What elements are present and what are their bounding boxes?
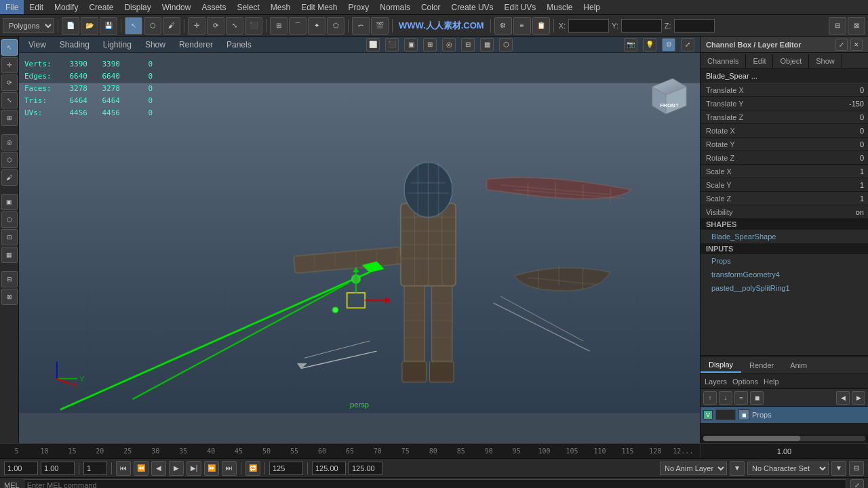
- snap-grid-btn[interactable]: ⊞: [270, 17, 288, 35]
- viewport-icon-cam[interactable]: 📷: [624, 38, 637, 52]
- attr-scale-x[interactable]: Scale X 1: [701, 165, 868, 178]
- go-to-start-btn[interactable]: ⏮: [116, 461, 131, 476]
- layer-sub-options[interactable]: Options: [732, 378, 758, 386]
- attr-rotate-x[interactable]: Rotate X 0: [701, 124, 868, 138]
- viewport-icon-gear[interactable]: ⚙: [662, 38, 675, 52]
- menu-window[interactable]: Window: [157, 0, 197, 14]
- char-set-extra[interactable]: ⊟: [849, 461, 864, 476]
- x-input[interactable]: [568, 19, 609, 33]
- go-to-end-btn[interactable]: ⏭: [222, 461, 237, 476]
- menu-color[interactable]: Color: [416, 0, 446, 14]
- menu-create-uvs[interactable]: Create UVs: [446, 0, 499, 14]
- viewport-canvas[interactable]: Y X persp Verts: 3390 3390 0 Edges:: [19, 53, 700, 443]
- current-time-input[interactable]: [41, 462, 75, 475]
- layer-scroll-left[interactable]: ◀: [836, 391, 850, 405]
- layer-tab-render[interactable]: Render: [741, 359, 782, 372]
- layer-icon-equal[interactable]: =: [734, 391, 748, 405]
- viewport-icon-3[interactable]: ▣: [404, 38, 418, 52]
- menu-modify[interactable]: Modify: [49, 0, 83, 14]
- step-forward-btn[interactable]: ▶|: [186, 461, 201, 476]
- snap-curve-btn[interactable]: ⌒: [289, 17, 307, 35]
- viewport-icon-4[interactable]: ⊞: [423, 38, 437, 52]
- snap-point-btn[interactable]: ✦: [308, 17, 326, 35]
- move-mode-btn[interactable]: ✛: [1, 57, 18, 73]
- paint-btn[interactable]: 🖌: [1, 169, 18, 186]
- viewport-icon-5[interactable]: ◎: [442, 38, 456, 52]
- history-btn[interactable]: ⤺: [352, 17, 370, 35]
- channel-box-close-btn[interactable]: ✕: [850, 39, 863, 51]
- mel-expand-btn[interactable]: ⤢: [850, 479, 864, 489]
- attr-translate-x[interactable]: Translate X 0: [701, 83, 868, 97]
- menu-edit-mesh[interactable]: Edit Mesh: [296, 0, 342, 14]
- xgen-btn[interactable]: ⊟: [1, 271, 18, 287]
- sculpt-btn[interactable]: ⬡: [1, 152, 18, 168]
- scale-tool-btn[interactable]: ⤡: [226, 17, 243, 35]
- cb-tab-channels[interactable]: Channels: [701, 54, 746, 68]
- layer-icon-down[interactable]: ↓: [719, 391, 732, 405]
- rotate-tool-btn[interactable]: ⟳: [207, 17, 224, 35]
- viewport-icon-1[interactable]: ⬜: [366, 38, 380, 52]
- layout-btn[interactable]: ⊟: [829, 17, 846, 35]
- menu-select[interactable]: Select: [231, 0, 264, 14]
- viewport-menu-show[interactable]: Show: [141, 39, 170, 51]
- step-back-btn[interactable]: ⏪: [134, 461, 149, 476]
- viewport-icon-light[interactable]: 💡: [643, 38, 656, 52]
- cb-tab-edit[interactable]: Edit: [746, 54, 773, 68]
- attr-visibility[interactable]: Visibility on: [701, 205, 868, 219]
- soft-select-btn[interactable]: ◎: [1, 134, 18, 150]
- play-next-btn[interactable]: ⏩: [204, 461, 219, 476]
- polygon-select[interactable]: Polygons: [3, 18, 54, 33]
- layer-icon-up[interactable]: ↑: [703, 391, 717, 405]
- quick-layout-3[interactable]: ▦: [1, 247, 18, 263]
- universal-mode-btn[interactable]: ⊞: [1, 110, 18, 126]
- attr-rotate-y[interactable]: Rotate Y 0: [701, 138, 868, 151]
- menu-assets[interactable]: Assets: [196, 0, 231, 14]
- end-frame-input[interactable]: [312, 462, 346, 475]
- layer-scrollbar[interactable]: [701, 434, 868, 443]
- layer-tab-display[interactable]: Display: [701, 358, 741, 373]
- menu-create[interactable]: Create: [83, 0, 119, 14]
- viewport-icon-7[interactable]: ▦: [480, 38, 494, 52]
- display-layer-btn[interactable]: ▣: [1, 194, 18, 210]
- select-mode-btn[interactable]: ↖: [1, 39, 18, 56]
- menu-edit[interactable]: Edit: [24, 0, 49, 14]
- range-end-input[interactable]: [349, 462, 382, 475]
- lasso-select-btn[interactable]: ⬡: [144, 17, 161, 35]
- frame-input[interactable]: [269, 462, 303, 475]
- layer-tab-anim[interactable]: Anim: [782, 359, 815, 372]
- save-scene-btn[interactable]: 💾: [100, 17, 117, 35]
- move-tool-btn[interactable]: ✛: [188, 17, 205, 35]
- viewport[interactable]: View Shading Lighting Show Renderer Pane…: [19, 37, 700, 443]
- attr-scale-z[interactable]: Scale Z 1: [701, 192, 868, 205]
- viewport-menu-renderer[interactable]: Renderer: [175, 39, 217, 51]
- menu-normals[interactable]: Normals: [374, 0, 416, 14]
- input-pasted-polysplit[interactable]: pasted__polySplitRing1: [701, 281, 868, 295]
- new-scene-btn[interactable]: 📄: [62, 17, 79, 35]
- quick-layout-1[interactable]: ⬠: [1, 211, 18, 228]
- layer-sub-help[interactable]: Help: [764, 378, 779, 386]
- scale-mode-btn[interactable]: ⤡: [1, 92, 18, 108]
- play-forward-btn[interactable]: ▶: [169, 461, 184, 476]
- channel-box-expand-btn[interactable]: ⤢: [835, 39, 848, 51]
- blade-spear-shape[interactable]: Blade_SpearShape: [701, 230, 868, 243]
- cb-tab-object[interactable]: Object: [773, 54, 809, 68]
- menu-file[interactable]: File: [0, 0, 24, 14]
- mel-input[interactable]: [24, 479, 846, 489]
- cb-tab-show[interactable]: Show: [809, 54, 842, 68]
- h-scrollbar-thumb[interactable]: [703, 436, 800, 441]
- open-scene-btn[interactable]: 📂: [81, 17, 98, 35]
- anim-field[interactable]: [83, 462, 107, 475]
- channel-box-btn[interactable]: ≡: [513, 17, 531, 35]
- layer-item-props[interactable]: V ◼ Props: [701, 407, 868, 423]
- layer-visibility-toggle[interactable]: [715, 409, 736, 420]
- menu-proxy[interactable]: Proxy: [343, 0, 375, 14]
- attr-rotate-z[interactable]: Rotate Z 0: [701, 151, 868, 165]
- viewport-icon-2[interactable]: ⬛: [385, 38, 399, 52]
- attr-editor-btn[interactable]: 📋: [532, 17, 550, 35]
- char-set-arrow[interactable]: ▼: [831, 461, 846, 476]
- layer-icon-square[interactable]: ◼: [750, 391, 764, 405]
- timeline-marks[interactable]: 5 10 15 20 25 30 35 40 45 50 55 60 65 70…: [0, 444, 700, 458]
- timeline[interactable]: 5 10 15 20 25 30 35 40 45 50 55 60 65 70…: [0, 443, 868, 458]
- char-set-dropdown[interactable]: No Character Set: [747, 462, 829, 475]
- snap-btn[interactable]: ⊠: [848, 17, 865, 35]
